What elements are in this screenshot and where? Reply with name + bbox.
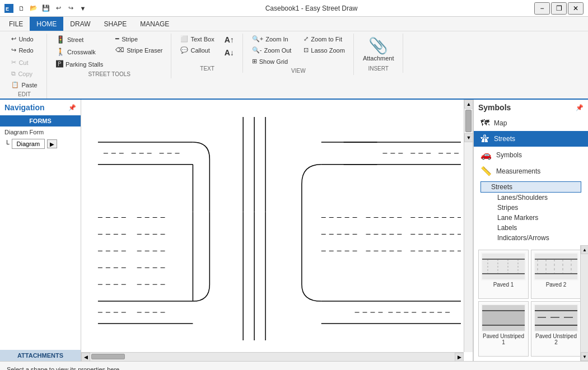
quick-access-toolbar[interactable]: 🗋 📂 💾 ↩ ↪ ▼ — [16, 3, 88, 14]
zoom-in-button[interactable]: 🔍+ Zoom In — [248, 34, 296, 44]
menu-home[interactable]: HOME — [30, 17, 63, 31]
lasso-zoom-button[interactable]: ⊡ Lasso Zoom — [300, 45, 349, 55]
show-grid-button[interactable]: ⊞ Show Grid — [248, 56, 296, 67]
canvas-area[interactable]: ▲ ▼ ◀ ▶ — [81, 100, 473, 361]
menu-draw[interactable]: DRAW — [63, 17, 97, 31]
qs-dropdown-btn[interactable]: ▼ — [77, 3, 88, 14]
diagram-form-item[interactable]: Diagram Form — [0, 127, 81, 138]
undo-button[interactable]: ↩ Undo — [7, 34, 37, 44]
menu-manage[interactable]: MANAGE — [133, 17, 176, 31]
paved-unstriped1-label: Paved Unstriped 1 — [481, 333, 526, 345]
title-bar: E 🗋 📂 💾 ↩ ↪ ▼ Casebook1 - Easy Street Dr… — [0, 0, 588, 17]
sym-tree-lane-markers[interactable]: Lane Markers — [480, 213, 581, 223]
attachments-button[interactable]: ATTACHMENTS — [0, 350, 81, 361]
sym-map-item[interactable]: 🗺 Map — [474, 115, 588, 131]
select-shape-text: Select a shape to view its properties he… — [7, 366, 119, 371]
nav-header: Navigation 📌 — [0, 100, 81, 115]
new-btn[interactable]: 🗋 — [16, 3, 27, 14]
canvas-scroll-vertical[interactable]: ▲ ▼ — [464, 100, 473, 352]
sym-tree-streets[interactable]: Streets — [480, 181, 581, 193]
zoom-to-fit-icon: ⤢ — [304, 35, 309, 43]
forms-button[interactable]: FORMS — [0, 115, 81, 127]
close-btn[interactable]: ✕ — [568, 2, 584, 15]
paved1-label: Paved 1 — [493, 282, 514, 288]
ribbon-group-text: ⬜ Text Box 💬 Callout A↑ A↓ TEXT — [172, 34, 242, 73]
sym-scroll-down[interactable]: ▼ — [581, 352, 588, 361]
zoom-out-icon: 🔍- — [252, 46, 262, 54]
symbols-title: Symbols — [478, 103, 511, 112]
scroll-down-arrow[interactable]: ▼ — [464, 133, 473, 142]
navigation-panel: Navigation 📌 FORMS Diagram Form └ Diagra… — [0, 100, 81, 361]
paved-unstriped2-img — [534, 304, 578, 332]
copy-button[interactable]: ⧉ Copy — [7, 68, 36, 79]
stripe-eraser-button[interactable]: ⌫ Stripe Eraser — [111, 45, 166, 55]
paved-unstriped2-label: Paved Unstriped 2 — [534, 333, 578, 345]
redo-button[interactable]: ↪ Redo — [7, 45, 37, 55]
sym-thumb-paved2[interactable]: Paved 2 — [531, 250, 580, 299]
scroll-right-arrow[interactable]: ▶ — [455, 353, 464, 362]
text-up-button[interactable]: A↑ — [221, 34, 238, 46]
restore-btn[interactable]: ❐ — [551, 2, 567, 15]
edit-group-label: EDIT — [18, 91, 31, 97]
zoom-to-fit-button[interactable]: ⤢ Zoom to Fit — [300, 34, 349, 44]
cut-button[interactable]: ✂ Cut — [7, 57, 32, 68]
sym-tree-stripes[interactable]: Stripes — [480, 203, 581, 213]
sym-thumb-paved-unstriped2[interactable]: Paved Unstriped 2 — [531, 301, 580, 357]
sym-scroll-up[interactable]: ▲ — [581, 245, 588, 254]
window-controls[interactable]: − ❐ ✕ — [534, 2, 584, 15]
stripe-eraser-icon: ⌫ — [115, 46, 124, 54]
save-btn[interactable]: 💾 — [40, 3, 52, 14]
main-layout: Navigation 📌 FORMS Diagram Form └ Diagra… — [0, 100, 588, 361]
sym-measurements-item[interactable]: 📏 Measurements — [474, 163, 588, 179]
crosswalk-button[interactable]: 🚶 Crosswalk — [52, 46, 107, 58]
svg-rect-57 — [535, 254, 577, 279]
sym-thumb-paved-unstriped1[interactable]: Paved Unstriped 1 — [478, 301, 529, 357]
street-icon: 🚦 — [56, 35, 65, 44]
text-down-button[interactable]: A↓ — [221, 46, 238, 59]
measurements-icon: 📏 — [480, 166, 492, 176]
minimize-btn[interactable]: − — [534, 2, 550, 15]
nav-pin-icon[interactable]: 📌 — [68, 104, 76, 111]
sym-streets-item[interactable]: 🛣 Streets — [474, 131, 588, 147]
open-btn[interactable]: 📂 — [28, 3, 39, 14]
zoom-out-button[interactable]: 🔍- Zoom Out — [248, 45, 296, 55]
diagram-expand-arrow[interactable]: ▶ — [47, 139, 57, 148]
street-button[interactable]: 🚦 Street — [52, 34, 107, 45]
paved1-img — [481, 252, 526, 280]
scroll-left-arrow[interactable]: ◀ — [81, 353, 90, 362]
redo-qs-btn[interactable]: ↪ — [65, 3, 76, 14]
copy-icon: ⧉ — [11, 70, 16, 77]
menu-file[interactable]: FILE — [2, 17, 30, 31]
sym-tree-lanes[interactable]: Lanes/Shoulders — [480, 193, 581, 203]
lasso-zoom-icon: ⊡ — [304, 46, 309, 54]
diagram-box[interactable]: Diagram — [12, 139, 45, 149]
cut-icon: ✂ — [11, 59, 16, 66]
paved2-label: Paved 2 — [546, 282, 567, 288]
symbols-pin-icon[interactable]: 📌 — [576, 104, 584, 111]
stripe-button[interactable]: ━ Stripe — [111, 34, 166, 44]
sym-symbols-item[interactable]: 🚗 Symbols — [474, 147, 588, 163]
text-box-button[interactable]: ⬜ Text Box — [176, 34, 218, 44]
scroll-track-h[interactable] — [90, 353, 455, 361]
paste-button[interactable]: 📋 Paste — [7, 79, 41, 90]
scroll-up-arrow[interactable]: ▲ — [464, 100, 473, 109]
tree-indent-icon: └ — [4, 140, 10, 148]
sym-scroll[interactable]: ▲ ▼ — [580, 245, 588, 361]
attachment-button[interactable]: 📎 Attachment — [359, 34, 398, 64]
ribbon: ↩ Undo ↪ Redo ✂ Cut ⧉ Copy — [0, 31, 588, 100]
menu-shape[interactable]: SHAPE — [97, 17, 134, 31]
sym-thumb-paved1[interactable]: Paved 1 — [478, 250, 529, 299]
parking-icon: 🅿 — [56, 60, 63, 68]
canvas-scroll-horizontal[interactable]: ◀ ▶ — [81, 352, 464, 361]
callout-button[interactable]: 💬 Callout — [176, 45, 218, 55]
window-title: Casebook1 - Easy Street Draw — [88, 4, 534, 12]
symbols-panel: Symbols 📌 🗺 Map 🛣 Streets 🚗 Symbols 📏 Me… — [473, 100, 588, 361]
menu-bar: FILE HOME DRAW SHAPE MANAGE — [0, 17, 588, 31]
svg-rect-69 — [535, 305, 577, 331]
scroll-track-v[interactable] — [464, 110, 473, 132]
sym-tree-indicators[interactable]: Indicators/Arrows — [480, 233, 581, 243]
sym-tree-labels[interactable]: Labels — [480, 223, 581, 233]
undo-qs-btn[interactable]: ↩ — [53, 3, 64, 14]
ribbon-group-edit: ↩ Undo ↪ Redo ✂ Cut ⧉ Copy — [2, 34, 47, 99]
parking-stalls-button[interactable]: 🅿 Parking Stalls — [52, 58, 107, 70]
